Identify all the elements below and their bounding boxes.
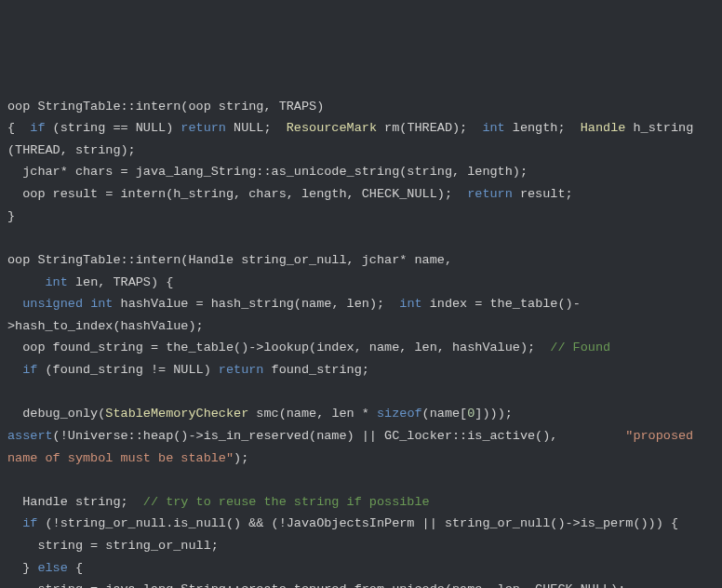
code-line: string = string_or_null; [7,539,219,553]
code-line: { if (string == NULL) return NULL; Resou… [7,121,701,157]
code-block: oop StringTable::intern(oop string, TRAP… [7,96,715,589]
code-line: int len, TRAPS) { [7,275,173,289]
code-line: oop result = intern(h_string, chars, len… [7,187,573,201]
code-line: oop StringTable::intern(oop string, TRAP… [7,100,324,114]
code-line: oop found_string = the_table()->lookup(i… [7,341,610,354]
code-line: } else { [7,561,83,575]
code-line: string = java_lang_String::create_tenure… [7,582,625,588]
code-line: Handle string; // try to reuse the strin… [7,495,430,509]
code-line: if (found_string != NULL) return found_s… [7,363,369,377]
code-line: unsigned int hashValue = hash_string(nam… [7,297,581,333]
code-line: debug_only(StableMemoryChecker smc(name,… [7,407,701,464]
code-line: if (!string_or_null.is_null() && (!JavaO… [7,516,678,530]
code-line: oop StringTable::intern(Handle string_or… [7,253,452,267]
code-line: } [7,209,15,223]
code-line: jchar* chars = java_lang_String::as_unic… [7,165,528,179]
